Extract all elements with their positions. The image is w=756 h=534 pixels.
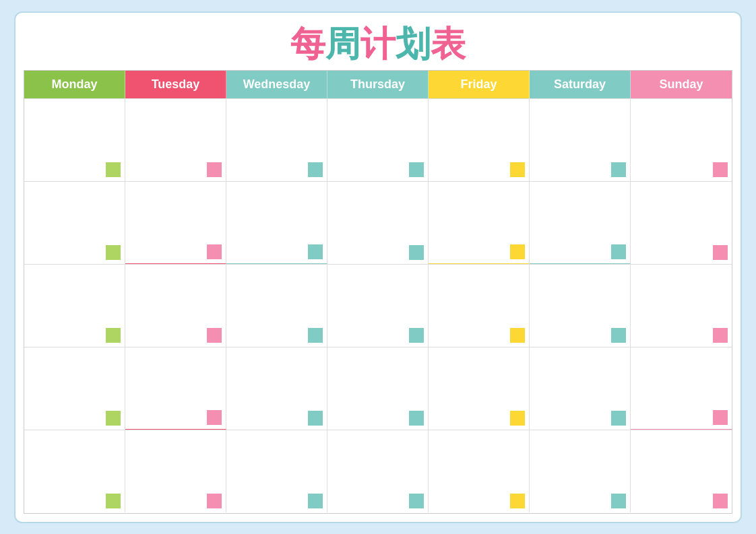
decorator-pink (713, 162, 728, 177)
cell-wed-3[interactable] (226, 265, 327, 347)
decorator-teal (308, 162, 323, 177)
table-row (24, 181, 732, 264)
decorator-green (106, 328, 121, 343)
cell-wed-2[interactable] (226, 182, 327, 264)
title-char-2: 周 (325, 24, 360, 63)
calendar-container: 每周计划表 Monday Tuesday Wednesday Thursday … (14, 11, 742, 523)
cell-sat-1[interactable] (530, 99, 631, 181)
cell-fri-4[interactable] (429, 347, 530, 430)
decorator-teal (409, 162, 424, 177)
body-rows (24, 98, 732, 513)
decorator-teal (308, 494, 323, 508)
decorator-pink (207, 244, 222, 259)
cell-sat-5[interactable] (530, 430, 631, 512)
table-row (24, 264, 732, 347)
cell-thu-3[interactable] (327, 265, 429, 347)
decorator-teal (409, 411, 424, 426)
decorator-teal (308, 411, 323, 426)
title-char-5: 表 (431, 24, 466, 63)
cell-sat-3[interactable] (530, 265, 631, 347)
decorator-teal (308, 328, 323, 343)
decorator-teal (611, 411, 626, 426)
cell-thu-1[interactable] (327, 99, 429, 181)
decorator-green (106, 411, 121, 426)
cell-fri-2[interactable] (429, 182, 530, 264)
header-friday: Friday (429, 71, 530, 98)
cell-sat-4[interactable] (530, 347, 631, 430)
title-char-3: 计 (360, 24, 396, 63)
cell-sun-4[interactable] (631, 347, 732, 430)
cell-sun-2[interactable] (631, 182, 732, 264)
decorator-teal (409, 494, 424, 508)
cell-tue-2[interactable] (125, 182, 226, 264)
cell-mon-2[interactable] (24, 182, 125, 264)
decorator-yellow (510, 328, 525, 343)
header-tuesday: Tuesday (125, 71, 226, 98)
decorator-teal (611, 162, 626, 177)
decorator-yellow (510, 411, 525, 426)
cell-sun-1[interactable] (631, 99, 732, 181)
decorator-pink (713, 328, 728, 343)
decorator-green (106, 245, 121, 260)
decorator-yellow (510, 244, 525, 259)
table-row (24, 430, 732, 512)
decorator-teal (409, 245, 424, 260)
decorator-pink (207, 410, 222, 425)
cell-thu-4[interactable] (327, 347, 429, 430)
cell-sun-5[interactable] (631, 430, 732, 512)
cell-thu-2[interactable] (327, 182, 429, 264)
title-char-4: 划 (396, 24, 431, 63)
cell-wed-1[interactable] (226, 99, 327, 181)
cell-thu-5[interactable] (327, 430, 429, 512)
table-row (24, 98, 732, 181)
decorator-teal (409, 328, 424, 343)
cell-fri-3[interactable] (429, 265, 530, 347)
decorator-pink (207, 494, 222, 508)
cell-wed-5[interactable] (226, 430, 327, 512)
cell-tue-1[interactable] (125, 99, 226, 181)
cell-mon-3[interactable] (24, 265, 125, 347)
cell-tue-4[interactable] (125, 347, 226, 430)
cell-mon-4[interactable] (24, 347, 125, 430)
header-monday: Monday (24, 71, 125, 98)
cell-wed-4[interactable] (226, 347, 327, 430)
weekly-grid: Monday Tuesday Wednesday Thursday Friday… (24, 70, 732, 514)
header-sunday: Sunday (631, 71, 732, 98)
table-row (24, 347, 732, 430)
decorator-teal (308, 244, 323, 259)
header-thursday: Thursday (327, 71, 429, 98)
cell-fri-5[interactable] (429, 430, 530, 512)
decorator-pink (713, 245, 728, 260)
decorator-green (106, 494, 121, 508)
decorator-yellow (510, 494, 525, 508)
header-saturday: Saturday (530, 71, 631, 98)
decorator-pink (207, 328, 222, 343)
decorator-yellow (510, 162, 525, 177)
decorator-teal (611, 494, 626, 508)
decorator-green (106, 162, 121, 177)
cell-fri-1[interactable] (429, 99, 530, 181)
cell-tue-5[interactable] (125, 430, 226, 512)
decorator-teal (611, 244, 626, 259)
cell-mon-5[interactable] (24, 430, 125, 512)
decorator-pink (713, 494, 728, 508)
cell-tue-3[interactable] (125, 265, 226, 347)
decorator-teal (611, 328, 626, 343)
cell-sun-3[interactable] (631, 265, 732, 347)
title-char-1: 每 (290, 24, 325, 63)
decorator-pink (713, 410, 728, 425)
decorator-pink (207, 162, 222, 177)
cell-mon-1[interactable] (24, 99, 125, 181)
page-title: 每周计划表 (24, 20, 732, 70)
header-wednesday: Wednesday (226, 71, 327, 98)
cell-sat-2[interactable] (530, 182, 631, 264)
header-row: Monday Tuesday Wednesday Thursday Friday… (24, 71, 732, 98)
